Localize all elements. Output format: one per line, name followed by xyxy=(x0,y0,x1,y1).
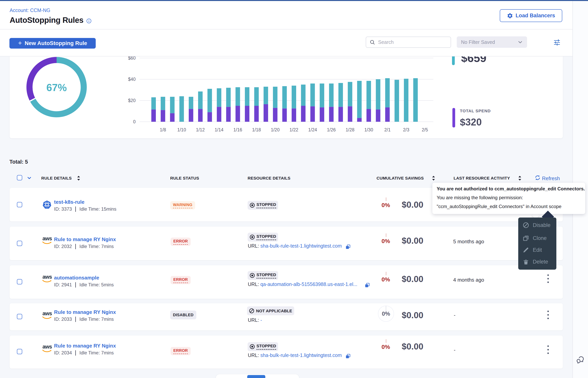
svg-text:1/18: 1/18 xyxy=(252,127,261,132)
svg-text:2/5: 2/5 xyxy=(422,127,428,132)
svg-text:1/30: 1/30 xyxy=(364,127,373,132)
svg-text:$40: $40 xyxy=(128,77,136,82)
svg-text:1/22: 1/22 xyxy=(290,127,298,132)
svg-text:1/8: 1/8 xyxy=(160,127,166,132)
svg-text:$20: $20 xyxy=(128,98,136,103)
svg-text:1/26: 1/26 xyxy=(327,127,336,132)
svg-text:2/3: 2/3 xyxy=(403,127,409,132)
svg-text:1/10: 1/10 xyxy=(177,127,186,132)
svg-text:TOTAL SPEND: TOTAL SPEND xyxy=(460,108,491,113)
svg-text:67%: 67% xyxy=(46,82,67,93)
svg-text:1/12: 1/12 xyxy=(196,127,205,132)
svg-text:2/1: 2/1 xyxy=(384,127,391,132)
svg-text:0: 0 xyxy=(133,119,136,124)
svg-text:1/24: 1/24 xyxy=(308,127,317,132)
svg-text:$320: $320 xyxy=(460,117,482,128)
svg-text:1/16: 1/16 xyxy=(233,127,242,132)
svg-text:1/20: 1/20 xyxy=(271,127,280,132)
svg-text:1/28: 1/28 xyxy=(346,127,355,132)
svg-text:1/14: 1/14 xyxy=(215,127,223,132)
